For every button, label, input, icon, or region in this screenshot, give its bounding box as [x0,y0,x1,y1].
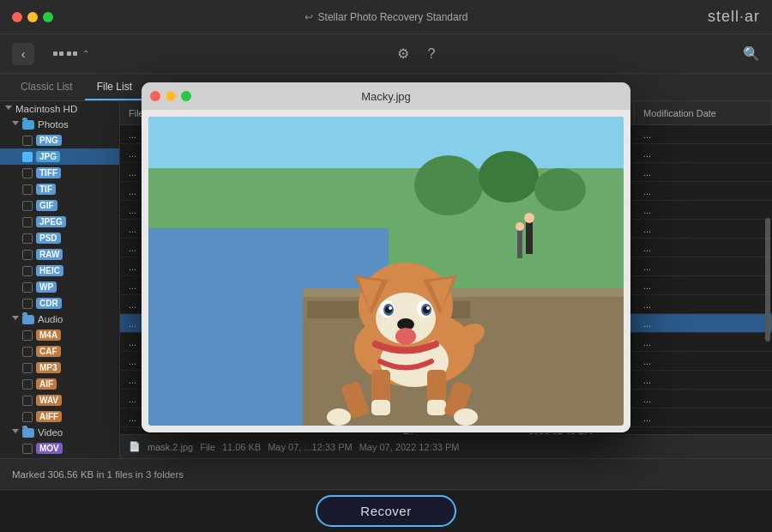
preview-minimize-button[interactable] [166,91,176,101]
sidebar-item-jpeg[interactable]: JPEG [0,214,119,230]
gif-checkbox[interactable] [22,201,33,211]
expand-video-icon [12,429,19,437]
svg-point-11 [516,222,524,231]
cdr-checkbox[interactable] [22,299,33,309]
sidebar-item-wav[interactable]: WAV [0,392,119,408]
aif-checkbox[interactable] [22,379,33,390]
sidebar-item-tif[interactable]: TIF [0,181,119,197]
sidebar: Macintosh HD Photos PNG JPG TIFF TIF [0,101,120,458]
bottom-modified: May 07, 2022 12:33 PM [359,442,460,452]
help-icon[interactable]: ? [423,43,441,65]
wp-checkbox[interactable] [22,282,33,293]
mp3-badge: MP3 [36,362,61,373]
col-header-modified[interactable]: Modification Date [635,101,772,124]
caf-badge: CAF [36,346,61,357]
svg-rect-15 [307,321,359,338]
sidebar-item-wp[interactable]: WP [0,279,119,295]
app-logo: stell·ar [708,8,760,26]
wav-badge: WAV [36,395,62,406]
status-text: Marked 306.56 KB in 1 files in 3 folders [12,469,184,480]
mp3-checkbox[interactable] [22,363,33,373]
mov-checkbox[interactable] [22,444,33,454]
cell-modified: ... [635,130,772,140]
heic-checkbox[interactable] [22,266,33,276]
traffic-lights [12,12,53,22]
status-bar: Marked 306.56 KB in 1 files in 3 folders [0,458,772,489]
back-button[interactable]: ‹ [12,43,34,65]
sidebar-item-video[interactable]: Video [0,425,119,440]
macintosh-hd-label: Macintosh HD [15,104,77,114]
preview-maximize-button[interactable] [181,91,191,101]
close-button[interactable] [12,12,22,22]
m4a-checkbox[interactable] [22,330,33,341]
sidebar-item-raw[interactable]: RAW [0,246,119,263]
png-checkbox[interactable] [22,136,33,146]
wp-badge: WP [36,281,57,293]
recover-area: Recover [0,489,772,532]
tif-checkbox[interactable] [22,184,33,195]
heic-badge: HEIC [36,265,63,276]
jpeg-checkbox[interactable] [22,217,33,227]
expand-audio-icon [12,316,19,323]
sidebar-item-aiff[interactable]: AIFF [0,408,119,425]
scrollbar-thumb[interactable] [765,218,770,342]
toolbar: ‹ ⌃ ⚙ ? 🔍 [0,34,772,74]
recover-button[interactable]: Recover [316,495,455,527]
photos-label: Photos [38,119,69,130]
view-toggle[interactable]: ⌃ [53,49,89,58]
sidebar-item-gif[interactable]: GIF [0,197,119,214]
preview-close-button[interactable] [150,91,160,101]
preview-image [148,117,624,426]
bottom-file-row[interactable]: 📄 mask.2.jpg File 11.06 KB May 07, ...12… [120,434,772,458]
video-label: Video [38,427,63,438]
sidebar-item-caf[interactable]: CAF [0,343,119,360]
tab-file-list[interactable]: File List [85,74,144,100]
search-icon[interactable]: 🔍 [743,45,760,62]
settings-icon[interactable]: ⚙ [392,42,414,65]
caf-checkbox[interactable] [22,347,33,357]
sidebar-item-png[interactable]: PNG [0,132,119,148]
tiff-badge: TIFF [36,167,61,178]
bottom-created: May 07, ...12:33 PM [268,442,352,452]
expand-icon [12,121,19,129]
back-arrow-icon: ↩ [305,11,313,23]
sidebar-item-mp3[interactable]: MP3 [0,360,119,376]
svg-rect-10 [517,228,522,258]
sidebar-item-psd[interactable]: PSD [0,230,119,246]
sidebar-item-jpg[interactable]: JPG [0,148,119,165]
sidebar-item-aif[interactable]: AIF [0,376,119,392]
expand-icon [5,106,12,113]
sidebar-item-heic[interactable]: HEIC [0,263,119,279]
sidebar-item-macintosh-hd[interactable]: Macintosh HD [0,101,119,117]
raw-checkbox[interactable] [22,250,33,260]
sidebar-item-photos[interactable]: Photos [0,117,119,132]
app-title: ↩ Stellar Photo Recovery Standard [305,11,468,23]
aif-badge: AIF [36,378,57,390]
tab-classic-list[interactable]: Classic List [9,74,85,100]
tiff-checkbox[interactable] [22,168,33,178]
svg-point-7 [534,168,586,211]
svg-point-9 [524,213,534,223]
raw-badge: RAW [36,249,63,260]
sidebar-item-tiff[interactable]: TIFF [0,165,119,181]
sidebar-item-mov[interactable]: MOV [0,440,119,456]
svg-rect-4 [303,288,624,297]
preview-modal[interactable]: Macky.jpg [142,82,630,432]
wav-checkbox[interactable] [22,396,33,406]
audio-folder-icon [22,315,34,324]
m4a-badge: M4A [36,329,61,341]
sidebar-item-cdr[interactable]: CDR [0,295,119,311]
minimize-button[interactable] [27,12,38,22]
sidebar-item-m2v[interactable]: M2V [0,456,119,458]
sidebar-item-audio[interactable]: Audio [0,311,119,327]
maximize-button[interactable] [43,12,53,22]
svg-point-5 [414,155,483,215]
sidebar-item-m4a[interactable]: M4A [0,327,119,343]
psd-checkbox[interactable] [22,233,33,244]
jpg-checkbox[interactable] [22,152,33,162]
title-bar: ↩ Stellar Photo Recovery Standard stell·… [0,0,772,34]
svg-rect-12 [307,301,359,318]
bottom-size: 11.06 KB [222,442,261,452]
video-folder-icon [22,428,34,438]
aiff-checkbox[interactable] [22,412,33,422]
